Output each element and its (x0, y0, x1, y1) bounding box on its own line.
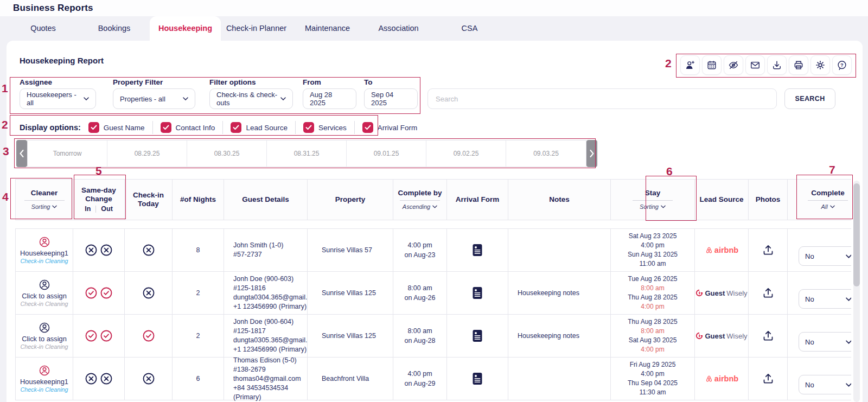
stay-sort-control[interactable]: Sorting (633, 200, 673, 211)
header-complete-by: Complete by Ascending (393, 179, 447, 220)
cleaner-cell[interactable]: Housekeeping1 Check-in Cleaning (15, 357, 73, 400)
business-reports-page: Business Reports Quotes Bookings Houseke… (0, 0, 868, 402)
property-cell: Sunrise Villas 125 (307, 314, 393, 358)
carousel-prev-button[interactable] (16, 140, 27, 167)
circle-x-icon[interactable] (142, 244, 155, 257)
cleaning-type-link[interactable]: Check-in Cleaning (20, 258, 68, 264)
carousel-day[interactable]: 09.02.25 (426, 141, 506, 167)
search-button[interactable]: SEARCH (784, 88, 835, 109)
header-nights: #of Nights (172, 179, 224, 220)
cleaning-type-link[interactable]: Check-in Cleaning (20, 386, 68, 393)
tab-csa[interactable]: CSA (434, 16, 505, 41)
header-sameday-change: Same-day Change InOut (73, 179, 125, 220)
display-option-arrival-form[interactable]: Arrival Form (362, 122, 418, 133)
tab-housekeeping[interactable]: Housekeeping (150, 16, 221, 41)
circle-check-icon[interactable] (100, 286, 113, 299)
checkbox-checked-icon (161, 122, 171, 133)
carousel-day[interactable]: 09.03.25 (506, 141, 586, 167)
document-icon[interactable] (471, 372, 484, 386)
tab-quotes[interactable]: Quotes (8, 16, 79, 41)
chevron-down-icon (846, 254, 851, 258)
complete-by-sort-control[interactable]: Ascending (400, 200, 440, 211)
tab-maintenance[interactable]: Maintenance (292, 16, 363, 41)
lead-source-cell: GuestWisely (694, 314, 749, 358)
lead-source-cell: airbnb (694, 357, 749, 400)
housekeeping-table: Cleaner Sorting Same-day Change InOut Ch… (15, 179, 851, 402)
email-button[interactable] (745, 55, 765, 75)
filter-options-select[interactable]: Check-ins & check-outs (209, 88, 293, 109)
nights-cell: 8 (172, 228, 224, 272)
table-row: Click to assign Check-in Cleaning 2 (15, 271, 851, 315)
tab-association[interactable]: Association (363, 16, 434, 41)
photos-cell (748, 314, 788, 358)
circle-check-icon[interactable] (142, 329, 155, 342)
cleaner-cell[interactable]: Click to assign Check-in Cleaning (15, 314, 73, 358)
document-icon[interactable] (471, 329, 484, 343)
property-filter-select[interactable]: Properties - all (113, 88, 195, 109)
search-input[interactable] (427, 88, 777, 109)
hide-columns-button[interactable] (724, 55, 743, 75)
tab-checkin-planner[interactable]: Check-in Planner (221, 16, 292, 41)
circle-x-icon[interactable] (100, 244, 113, 257)
complete-select[interactable]: No (799, 375, 851, 394)
circle-check-icon[interactable] (85, 286, 98, 299)
cleaner-cell[interactable]: Housekeeping1 Check-in Cleaning (15, 228, 73, 272)
vertical-scrollbar-thumb[interactable] (853, 183, 860, 286)
complete-cell: No (787, 228, 851, 272)
from-date-input[interactable]: Aug 28 2025 (303, 88, 356, 109)
chevron-down-icon (846, 297, 851, 301)
chevron-down-icon (280, 97, 286, 100)
circle-x-icon[interactable] (100, 372, 113, 385)
cleaner-cell[interactable]: Click to assign Check-in Cleaning (15, 271, 73, 315)
print-button[interactable] (789, 55, 808, 75)
chevron-down-icon (846, 383, 851, 387)
circle-check-icon[interactable] (85, 329, 98, 342)
help-button[interactable]: ? (832, 55, 852, 75)
assign-housekeeper-button[interactable] (680, 55, 700, 75)
checkbox-checked-icon (362, 122, 373, 133)
complete-select[interactable]: No (799, 332, 851, 352)
printer-icon (793, 60, 804, 71)
display-option-lead-source[interactable]: Lead Source (231, 122, 288, 133)
complete-select[interactable]: No (799, 289, 851, 309)
complete-select[interactable]: No (799, 246, 851, 266)
carousel-day[interactable]: 08.30.25 (187, 141, 267, 167)
upload-icon[interactable] (762, 244, 775, 257)
document-icon[interactable] (471, 243, 484, 257)
display-option-guest-name[interactable]: Guest Name (88, 122, 145, 133)
nights-cell: 6 (172, 357, 224, 400)
circle-x-icon[interactable] (85, 244, 98, 257)
calendar-button[interactable] (702, 55, 722, 75)
carousel-day[interactable]: 09.01.25 (347, 141, 426, 167)
circle-x-icon[interactable] (85, 372, 98, 385)
assignee-select[interactable]: Housekeepers - all (20, 88, 96, 109)
nights-cell: 2 (172, 271, 224, 315)
document-icon[interactable] (471, 286, 484, 300)
upload-icon[interactable] (762, 286, 775, 299)
upload-icon[interactable] (762, 372, 775, 385)
download-button[interactable] (767, 55, 787, 75)
carousel-next-button[interactable] (586, 140, 597, 167)
circle-check-icon[interactable] (100, 329, 113, 342)
eye-off-icon (728, 60, 739, 71)
stay-cell: Thu Aug 28 2025 8:00 am Sat Aug 30 2025 … (610, 314, 695, 358)
checkin-today-cell (124, 357, 173, 400)
annotation-number: 1 (2, 82, 8, 94)
carousel-day-tomorrow[interactable]: Tomorrow (28, 141, 107, 167)
circle-x-icon[interactable] (142, 372, 155, 385)
divider (295, 121, 296, 134)
circle-x-icon[interactable] (142, 286, 155, 299)
tab-bookings[interactable]: Bookings (79, 16, 150, 41)
complete-filter-control[interactable]: All (808, 200, 848, 211)
settings-button[interactable] (810, 55, 830, 75)
display-option-services[interactable]: Services (303, 122, 347, 133)
upload-icon[interactable] (762, 329, 775, 342)
cleaner-sort-control[interactable]: Sorting (24, 200, 65, 211)
annotation-number: 6 (666, 165, 673, 177)
carousel-day[interactable]: 08.29.25 (107, 141, 187, 167)
to-date-input[interactable]: Sep 04 2025 (364, 88, 418, 109)
carousel-day[interactable]: 08.31.25 (267, 141, 347, 167)
content-card: Housekeeping Report (7, 41, 863, 402)
display-option-contact-info[interactable]: Contact Info (161, 122, 215, 133)
table-header-row: Cleaner Sorting Same-day Change InOut Ch… (15, 179, 851, 220)
